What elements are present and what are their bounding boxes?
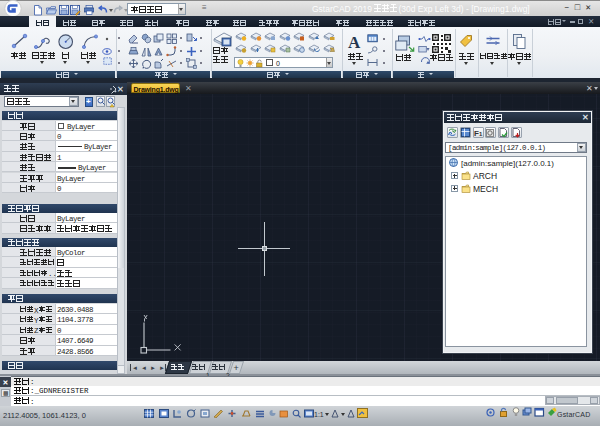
svg-text:F1: F1 — [474, 129, 483, 138]
